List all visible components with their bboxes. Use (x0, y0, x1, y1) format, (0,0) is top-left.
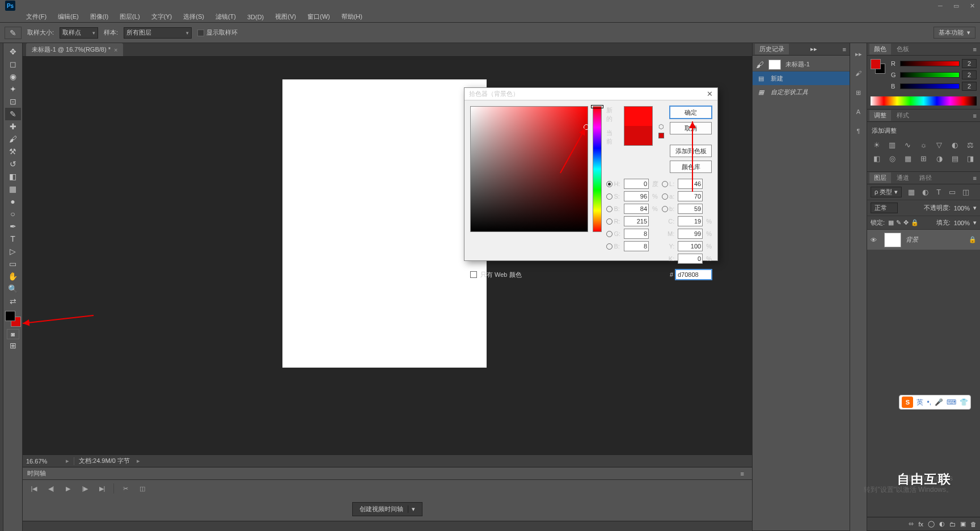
l-radio[interactable]: L: (662, 180, 674, 187)
layer-name[interactable]: 背景 (906, 235, 964, 244)
shape-tool[interactable]: ▭ (5, 258, 21, 270)
close-button[interactable]: ✕ (964, 0, 980, 11)
styles-tab[interactable]: 样式 (892, 110, 914, 121)
b-input[interactable] (624, 204, 649, 214)
caret-icon[interactable]: ▾ (973, 219, 977, 226)
ime-keyboard-icon[interactable]: ⌨ (947, 398, 956, 406)
b2-input[interactable] (678, 204, 703, 214)
screen-mode[interactable]: ⊞ (5, 339, 21, 352)
history-item-shape[interactable]: ▦ 自定形状工具 (753, 85, 850, 99)
path-select-tool[interactable]: ▷ (5, 245, 21, 258)
eraser-tool[interactable]: ◧ (5, 170, 21, 183)
swatches-tab[interactable]: 色板 (892, 44, 914, 54)
pen-tool[interactable]: ✒ (5, 220, 21, 233)
next-frame-btn[interactable]: |▶ (79, 483, 91, 494)
g-slider[interactable] (900, 72, 960, 78)
panel-menu-icon[interactable]: ≡ (973, 46, 977, 53)
maximize-button[interactable]: ▭ (948, 0, 964, 11)
brightness-icon[interactable]: ☀ (872, 140, 882, 150)
zoom-tool[interactable]: 🔍 (5, 283, 21, 295)
stamp-tool[interactable]: ⚒ (5, 145, 21, 158)
spectrum-bar[interactable] (871, 96, 977, 106)
bb-input[interactable] (624, 241, 649, 251)
color-field[interactable] (470, 106, 588, 232)
gamut-warn-icon[interactable]: ⬡ (658, 123, 664, 130)
current-color-swatch[interactable] (624, 126, 652, 145)
filter-adjust-icon[interactable]: ◐ (920, 187, 930, 197)
minimize-button[interactable]: ─ (932, 0, 948, 11)
web-only-checkbox[interactable] (470, 271, 477, 278)
lookup-icon[interactable]: ⊞ (919, 153, 929, 163)
show-ring-checkbox[interactable]: 显示取样环 (197, 28, 238, 37)
l-input[interactable] (678, 179, 703, 189)
quickmask-toggle[interactable]: ◙ (7, 329, 19, 339)
balance-icon[interactable]: ⚖ (965, 140, 975, 150)
history-brush-tool[interactable]: ↺ (5, 158, 21, 170)
color-swatches[interactable] (5, 311, 21, 327)
tool-preset-picker[interactable]: ✎ (5, 27, 22, 39)
menu-image[interactable]: 图像(I) (85, 11, 114, 22)
threshold-icon[interactable]: ◨ (965, 153, 975, 163)
a-radio[interactable]: a: (662, 193, 674, 200)
color-tab[interactable]: 颜色 (869, 44, 891, 54)
hand-tool[interactable]: ✋ (5, 270, 21, 283)
marquee-tool[interactable]: ◻ (5, 58, 21, 70)
cut-btn[interactable]: ✂ (120, 483, 131, 494)
panel-menu-icon[interactable]: ≡ (741, 470, 744, 477)
add-swatch-button[interactable]: 添加到色板 (670, 145, 712, 157)
blend-mode-select[interactable]: 正常 (871, 203, 898, 213)
create-video-timeline-btn[interactable]: 创建视频时间轴 ▾ (352, 502, 423, 516)
invert-icon[interactable]: ◑ (934, 153, 944, 163)
c-input[interactable] (678, 216, 703, 226)
color-lib-button[interactable]: 颜色库 (670, 161, 712, 173)
timeline-tab[interactable]: 时间轴 (27, 469, 46, 478)
transition-btn[interactable]: ◫ (137, 483, 148, 494)
m-input[interactable] (678, 229, 703, 239)
menu-type[interactable]: 文字(Y) (146, 11, 178, 22)
heal-tool[interactable]: ✚ (5, 120, 21, 133)
hex-input[interactable] (675, 269, 712, 280)
levels-icon[interactable]: ▥ (888, 140, 898, 150)
zoom-field[interactable]: 16.67% (26, 458, 66, 465)
s-input[interactable] (624, 191, 649, 201)
menu-help[interactable]: 帮助(H) (336, 11, 368, 22)
menu-window[interactable]: 窗口(W) (302, 11, 336, 22)
menu-select[interactable]: 选择(S) (178, 11, 210, 22)
bb-radio[interactable]: B: (606, 243, 620, 250)
fg-swatch[interactable] (871, 59, 881, 69)
y-input[interactable] (678, 241, 703, 251)
ime-mic-icon[interactable]: 🎤 (935, 398, 943, 406)
caret-icon[interactable]: ▾ (973, 204, 977, 212)
menu-filter[interactable]: 滤镜(T) (210, 11, 242, 22)
first-frame-btn[interactable]: |◀ (28, 483, 40, 494)
b2-radio[interactable]: b: (662, 205, 674, 212)
r-value[interactable]: 2 (962, 59, 977, 68)
bw-icon[interactable]: ◧ (872, 153, 882, 163)
panel-menu-icon[interactable]: ≡ (843, 46, 846, 53)
curves-icon[interactable]: ∿ (903, 140, 913, 150)
paragraph-icon[interactable]: ¶ (852, 125, 865, 137)
status-arrow-icon[interactable]: ▸ (66, 457, 69, 465)
g-value[interactable]: 2 (962, 70, 977, 79)
websafe-warn-icon[interactable] (658, 133, 664, 138)
crop-tool[interactable]: ⊡ (5, 95, 21, 108)
ok-button[interactable]: 确定 (670, 106, 712, 119)
document-tab[interactable]: 未标题-1 @ 16.7%(RGB/8) * × (26, 43, 123, 56)
lock-pos-icon[interactable]: ✥ (903, 219, 909, 226)
dodge-tool[interactable]: ○ (5, 208, 21, 220)
menu-3d[interactable]: 3D(D) (242, 12, 269, 22)
mixer-icon[interactable]: ▦ (903, 153, 913, 163)
lasso-tool[interactable]: ◉ (5, 70, 21, 83)
cancel-button[interactable]: 取消 (670, 122, 712, 134)
hue-icon[interactable]: ◐ (950, 140, 960, 150)
paths-tab[interactable]: 路径 (915, 172, 936, 183)
status-menu-icon[interactable]: ▸ (137, 457, 140, 465)
panel-menu-icon[interactable]: ≡ (973, 175, 977, 182)
lock-trans-icon[interactable]: ▦ (888, 219, 894, 226)
photo-filter-icon[interactable]: ◎ (888, 153, 898, 163)
adjust-tab[interactable]: 调整 (869, 110, 891, 121)
fx-icon[interactable]: fx (918, 521, 923, 528)
sample-select[interactable]: 所有图层▾ (124, 27, 192, 39)
group-icon[interactable]: 🗀 (949, 521, 956, 528)
wand-tool[interactable]: ✦ (5, 83, 21, 95)
